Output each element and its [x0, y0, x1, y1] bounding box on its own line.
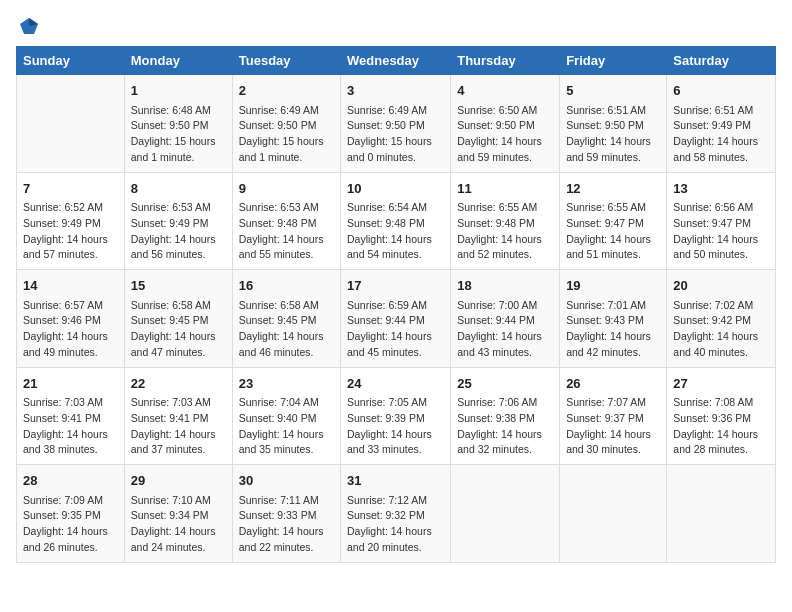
- day-number: 26: [566, 374, 660, 394]
- calendar-cell: 30Sunrise: 7:11 AMSunset: 9:33 PMDayligh…: [232, 465, 340, 563]
- day-info: Sunrise: 7:05 AMSunset: 9:39 PMDaylight:…: [347, 395, 444, 458]
- day-info: Sunrise: 7:02 AMSunset: 9:42 PMDaylight:…: [673, 298, 769, 361]
- calendar-cell: 18Sunrise: 7:00 AMSunset: 9:44 PMDayligh…: [451, 270, 560, 368]
- calendar-cell: 26Sunrise: 7:07 AMSunset: 9:37 PMDayligh…: [560, 367, 667, 465]
- col-monday: Monday: [124, 47, 232, 75]
- calendar-cell: [17, 75, 125, 173]
- day-info: Sunrise: 7:00 AMSunset: 9:44 PMDaylight:…: [457, 298, 553, 361]
- calendar-cell: 6Sunrise: 6:51 AMSunset: 9:49 PMDaylight…: [667, 75, 776, 173]
- day-number: 14: [23, 276, 118, 296]
- day-info: Sunrise: 6:51 AMSunset: 9:50 PMDaylight:…: [566, 103, 660, 166]
- day-info: Sunrise: 6:56 AMSunset: 9:47 PMDaylight:…: [673, 200, 769, 263]
- day-info: Sunrise: 7:09 AMSunset: 9:35 PMDaylight:…: [23, 493, 118, 556]
- day-number: 10: [347, 179, 444, 199]
- calendar-cell: [667, 465, 776, 563]
- day-info: Sunrise: 7:03 AMSunset: 9:41 PMDaylight:…: [23, 395, 118, 458]
- day-number: 1: [131, 81, 226, 101]
- day-number: 31: [347, 471, 444, 491]
- calendar-table: Sunday Monday Tuesday Wednesday Thursday…: [16, 46, 776, 563]
- page-header: [16, 16, 776, 38]
- calendar-cell: 19Sunrise: 7:01 AMSunset: 9:43 PMDayligh…: [560, 270, 667, 368]
- header-row: Sunday Monday Tuesday Wednesday Thursday…: [17, 47, 776, 75]
- calendar-cell: 20Sunrise: 7:02 AMSunset: 9:42 PMDayligh…: [667, 270, 776, 368]
- calendar-cell: [560, 465, 667, 563]
- day-info: Sunrise: 6:54 AMSunset: 9:48 PMDaylight:…: [347, 200, 444, 263]
- calendar-cell: 21Sunrise: 7:03 AMSunset: 9:41 PMDayligh…: [17, 367, 125, 465]
- calendar-cell: 17Sunrise: 6:59 AMSunset: 9:44 PMDayligh…: [341, 270, 451, 368]
- calendar-week-row: 28Sunrise: 7:09 AMSunset: 9:35 PMDayligh…: [17, 465, 776, 563]
- day-info: Sunrise: 6:48 AMSunset: 9:50 PMDaylight:…: [131, 103, 226, 166]
- calendar-cell: 23Sunrise: 7:04 AMSunset: 9:40 PMDayligh…: [232, 367, 340, 465]
- day-number: 28: [23, 471, 118, 491]
- calendar-cell: 16Sunrise: 6:58 AMSunset: 9:45 PMDayligh…: [232, 270, 340, 368]
- calendar-cell: 28Sunrise: 7:09 AMSunset: 9:35 PMDayligh…: [17, 465, 125, 563]
- calendar-week-row: 7Sunrise: 6:52 AMSunset: 9:49 PMDaylight…: [17, 172, 776, 270]
- day-info: Sunrise: 6:57 AMSunset: 9:46 PMDaylight:…: [23, 298, 118, 361]
- calendar-cell: [451, 465, 560, 563]
- calendar-cell: 25Sunrise: 7:06 AMSunset: 9:38 PMDayligh…: [451, 367, 560, 465]
- day-number: 5: [566, 81, 660, 101]
- day-info: Sunrise: 6:55 AMSunset: 9:47 PMDaylight:…: [566, 200, 660, 263]
- day-number: 24: [347, 374, 444, 394]
- day-number: 20: [673, 276, 769, 296]
- day-number: 7: [23, 179, 118, 199]
- day-number: 25: [457, 374, 553, 394]
- col-tuesday: Tuesday: [232, 47, 340, 75]
- calendar-cell: 8Sunrise: 6:53 AMSunset: 9:49 PMDaylight…: [124, 172, 232, 270]
- day-info: Sunrise: 7:10 AMSunset: 9:34 PMDaylight:…: [131, 493, 226, 556]
- day-info: Sunrise: 6:53 AMSunset: 9:48 PMDaylight:…: [239, 200, 334, 263]
- calendar-cell: 4Sunrise: 6:50 AMSunset: 9:50 PMDaylight…: [451, 75, 560, 173]
- day-info: Sunrise: 7:07 AMSunset: 9:37 PMDaylight:…: [566, 395, 660, 458]
- day-info: Sunrise: 6:49 AMSunset: 9:50 PMDaylight:…: [347, 103, 444, 166]
- day-info: Sunrise: 7:03 AMSunset: 9:41 PMDaylight:…: [131, 395, 226, 458]
- day-number: 27: [673, 374, 769, 394]
- calendar-cell: 7Sunrise: 6:52 AMSunset: 9:49 PMDaylight…: [17, 172, 125, 270]
- day-number: 4: [457, 81, 553, 101]
- calendar-cell: 2Sunrise: 6:49 AMSunset: 9:50 PMDaylight…: [232, 75, 340, 173]
- day-number: 13: [673, 179, 769, 199]
- calendar-cell: 29Sunrise: 7:10 AMSunset: 9:34 PMDayligh…: [124, 465, 232, 563]
- day-number: 19: [566, 276, 660, 296]
- day-info: Sunrise: 6:51 AMSunset: 9:49 PMDaylight:…: [673, 103, 769, 166]
- calendar-cell: 9Sunrise: 6:53 AMSunset: 9:48 PMDaylight…: [232, 172, 340, 270]
- calendar-cell: 1Sunrise: 6:48 AMSunset: 9:50 PMDaylight…: [124, 75, 232, 173]
- day-number: 11: [457, 179, 553, 199]
- logo-flag-icon: [18, 16, 40, 38]
- day-number: 2: [239, 81, 334, 101]
- calendar-week-row: 1Sunrise: 6:48 AMSunset: 9:50 PMDaylight…: [17, 75, 776, 173]
- day-info: Sunrise: 7:12 AMSunset: 9:32 PMDaylight:…: [347, 493, 444, 556]
- day-number: 12: [566, 179, 660, 199]
- day-number: 9: [239, 179, 334, 199]
- calendar-cell: 10Sunrise: 6:54 AMSunset: 9:48 PMDayligh…: [341, 172, 451, 270]
- col-wednesday: Wednesday: [341, 47, 451, 75]
- day-info: Sunrise: 7:08 AMSunset: 9:36 PMDaylight:…: [673, 395, 769, 458]
- day-info: Sunrise: 7:06 AMSunset: 9:38 PMDaylight:…: [457, 395, 553, 458]
- day-info: Sunrise: 6:59 AMSunset: 9:44 PMDaylight:…: [347, 298, 444, 361]
- calendar-cell: 14Sunrise: 6:57 AMSunset: 9:46 PMDayligh…: [17, 270, 125, 368]
- col-thursday: Thursday: [451, 47, 560, 75]
- day-info: Sunrise: 6:58 AMSunset: 9:45 PMDaylight:…: [239, 298, 334, 361]
- day-info: Sunrise: 7:01 AMSunset: 9:43 PMDaylight:…: [566, 298, 660, 361]
- day-info: Sunrise: 7:04 AMSunset: 9:40 PMDaylight:…: [239, 395, 334, 458]
- calendar-week-row: 14Sunrise: 6:57 AMSunset: 9:46 PMDayligh…: [17, 270, 776, 368]
- calendar-cell: 13Sunrise: 6:56 AMSunset: 9:47 PMDayligh…: [667, 172, 776, 270]
- day-info: Sunrise: 7:11 AMSunset: 9:33 PMDaylight:…: [239, 493, 334, 556]
- day-number: 23: [239, 374, 334, 394]
- logo: [16, 16, 40, 38]
- calendar-cell: 15Sunrise: 6:58 AMSunset: 9:45 PMDayligh…: [124, 270, 232, 368]
- day-number: 18: [457, 276, 553, 296]
- day-number: 22: [131, 374, 226, 394]
- day-info: Sunrise: 6:58 AMSunset: 9:45 PMDaylight:…: [131, 298, 226, 361]
- day-number: 15: [131, 276, 226, 296]
- col-sunday: Sunday: [17, 47, 125, 75]
- calendar-cell: 24Sunrise: 7:05 AMSunset: 9:39 PMDayligh…: [341, 367, 451, 465]
- col-saturday: Saturday: [667, 47, 776, 75]
- calendar-cell: 11Sunrise: 6:55 AMSunset: 9:48 PMDayligh…: [451, 172, 560, 270]
- day-number: 29: [131, 471, 226, 491]
- calendar-cell: 31Sunrise: 7:12 AMSunset: 9:32 PMDayligh…: [341, 465, 451, 563]
- day-number: 17: [347, 276, 444, 296]
- day-number: 3: [347, 81, 444, 101]
- day-number: 8: [131, 179, 226, 199]
- calendar-week-row: 21Sunrise: 7:03 AMSunset: 9:41 PMDayligh…: [17, 367, 776, 465]
- day-number: 21: [23, 374, 118, 394]
